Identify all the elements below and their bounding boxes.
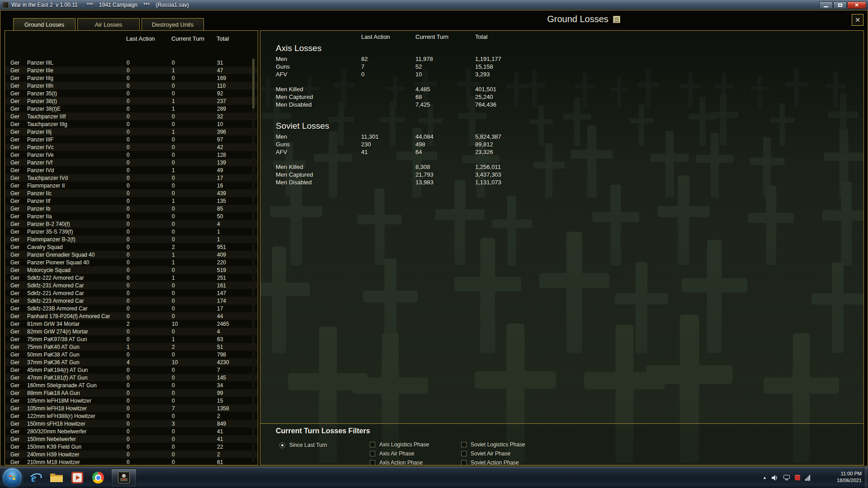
summary-cell: 64 — [415, 149, 475, 156]
summary-row: Men8211,9781,191,177 — [276, 56, 863, 63]
table-cell: 2 — [217, 451, 220, 458]
security-icon[interactable] — [795, 475, 800, 480]
table-cell: 0 — [172, 229, 175, 235]
table-cell: 951 — [217, 244, 226, 250]
loss-table-row: GerPanzer IVf00139 — [5, 159, 257, 166]
table-cell: Ger — [10, 244, 19, 250]
loss-table-row: GerPanzer IIIF0097 — [5, 136, 257, 143]
table-cell: Ger — [10, 152, 19, 158]
table-cell: 0 — [127, 175, 130, 181]
table-cell: 2465 — [217, 321, 229, 327]
loss-table-row: GerMotorcycle Squad00519 — [5, 266, 257, 274]
table-cell: 0 — [127, 459, 130, 465]
taskbar-clock[interactable]: 11:00 PM 18/06/2021 — [837, 470, 862, 484]
table-cell: 2 — [172, 344, 175, 350]
filter-checkbox-soviet-air-phase[interactable]: Soviet Air Phase — [461, 449, 525, 458]
table-cell: 2 — [172, 244, 175, 250]
summary-row: Men Disabled13,9831,131,073 — [276, 179, 863, 187]
filter-checkbox-soviet-action-phase[interactable]: Soviet Action Phase — [461, 458, 525, 465]
loss-table-row: Ger37mm PaK36 AT Gun4104230 — [5, 358, 257, 366]
table-cell: 0 — [172, 298, 175, 304]
notes-icon[interactable] — [613, 16, 620, 23]
filter-checkbox-axis-air-phase[interactable]: Axis Air Phase — [370, 449, 429, 458]
table-cell: 15 — [217, 398, 223, 404]
table-cell: 0 — [127, 75, 130, 81]
loss-table-row: Ger45mm PaK184(r) AT Gun007 — [5, 366, 257, 374]
taskbar-apps: e — [28, 467, 137, 488]
loss-table-row: GerPanzer IVd0149 — [5, 166, 257, 174]
table-cell: Ger — [10, 83, 19, 89]
filter-radio-since-last-turn[interactable]: Since Last Turn — [279, 442, 327, 448]
table-cell: 128 — [217, 152, 226, 158]
show-desktop-button[interactable] — [864, 467, 868, 488]
minimize-button[interactable] — [819, 1, 833, 9]
summary-cell: Men Killed — [276, 86, 361, 94]
table-cell: Ger — [10, 359, 19, 366]
loss-table-row: Ger50mm PaK38 AT Gun00798 — [5, 351, 257, 358]
table-cell: 31 — [217, 60, 223, 66]
table-cell: Tauchpanzer IIIf — [27, 113, 66, 120]
filter-checkbox-axis-action-phase[interactable]: Axis Action Phase — [370, 458, 429, 465]
close-window-button[interactable]: ✕ — [847, 1, 866, 9]
loss-table-row: Ger150mm sFH18 Howitzer03849 — [5, 420, 257, 427]
summary-cell — [361, 94, 415, 101]
filter-checkbox-axis-logistics-phase[interactable]: Axis Logistics Phase — [370, 440, 429, 449]
summary-cell: 1,191,177 — [475, 56, 863, 63]
table-cell: 0 — [127, 290, 130, 296]
table-scrollbar[interactable] — [252, 59, 255, 462]
network-icon[interactable] — [805, 475, 810, 481]
summary-cell: Men Captured — [276, 171, 361, 179]
table-cell: 1 — [172, 259, 175, 266]
loss-table-panel: Last ActionCurrent TurnTotal GerPanzer I… — [5, 30, 258, 465]
table-cell: 145 — [217, 375, 226, 381]
radio-icon — [279, 442, 285, 448]
summary-cell: 401,501 — [475, 86, 863, 94]
table-cell: Ger — [10, 313, 19, 319]
media-player-icon[interactable] — [70, 469, 85, 487]
table-cell: 237 — [217, 98, 226, 104]
taskbar-wite2-button[interactable] — [111, 469, 137, 487]
summary-cell: Guns — [276, 63, 361, 71]
summary-cell: 11,301 — [361, 133, 415, 141]
tab-air-losses[interactable]: Air Losses — [77, 18, 140, 30]
summary-cell: 8,308 — [415, 164, 475, 171]
loss-table-row: GerPanzer IIc00439 — [5, 189, 257, 197]
loss-table-row: GerPanzer Grenadier Squad 4001409 — [5, 251, 257, 258]
checkbox-icon — [461, 442, 467, 447]
maximize-button[interactable] — [833, 1, 847, 9]
table-cell: Panzer IVe — [27, 152, 54, 158]
windows-explorer-icon[interactable] — [49, 469, 64, 487]
display-icon[interactable] — [783, 475, 790, 480]
loss-table-row: Ger150mm K39 Field Gun0022 — [5, 443, 257, 450]
window-titlebar: War in the East 2 v 1.00.11 *** 1941 Cam… — [0, 0, 868, 10]
volume-icon[interactable] — [772, 475, 778, 481]
table-cell: Sdkfz-223 Armored Car — [27, 298, 84, 304]
tab-ground-losses[interactable]: Ground Losses — [13, 18, 75, 30]
summary-cell — [361, 164, 415, 171]
close-screen-button[interactable]: ✕ — [852, 14, 863, 26]
chrome-icon[interactable] — [90, 469, 106, 487]
internet-explorer-icon[interactable]: e — [28, 469, 43, 487]
table-cell: 0 — [127, 136, 130, 143]
table-cell: 1 — [172, 98, 175, 104]
loss-table-row: GerSdkfz-222 Armored Car01251 — [5, 274, 257, 282]
table-cell: Ger — [10, 221, 19, 227]
summary-cell: Men — [276, 56, 361, 63]
loss-table-row: GerPanzer IIIe0147 — [5, 66, 257, 74]
table-cell: 798 — [217, 352, 226, 358]
table-cell: 0 — [127, 298, 130, 304]
tab-destroyed-units[interactable]: Destroyed Units — [142, 18, 204, 30]
loss-table-row: GerFlammpanzer II0016 — [5, 182, 257, 189]
loss-table-row: Ger47mm PaK181(f) AT Gun00145 — [5, 374, 257, 381]
scrollbar-thumb[interactable] — [252, 59, 255, 108]
table-cell: 0 — [172, 451, 175, 458]
page-title: Ground Losses — [547, 14, 609, 24]
start-button[interactable] — [3, 468, 22, 487]
app-icon — [2, 2, 9, 8]
summary-cell: 23,326 — [475, 149, 863, 156]
table-cell: 161 — [217, 282, 226, 289]
filter-checkbox-soviet-logistics-phase[interactable]: Soviet Logistics Phase — [461, 440, 525, 449]
summary-cell — [361, 86, 415, 94]
hidden-icons-chevron[interactable]: ▲ — [763, 475, 767, 480]
table-cell: Panzer 35(t) — [27, 90, 57, 97]
